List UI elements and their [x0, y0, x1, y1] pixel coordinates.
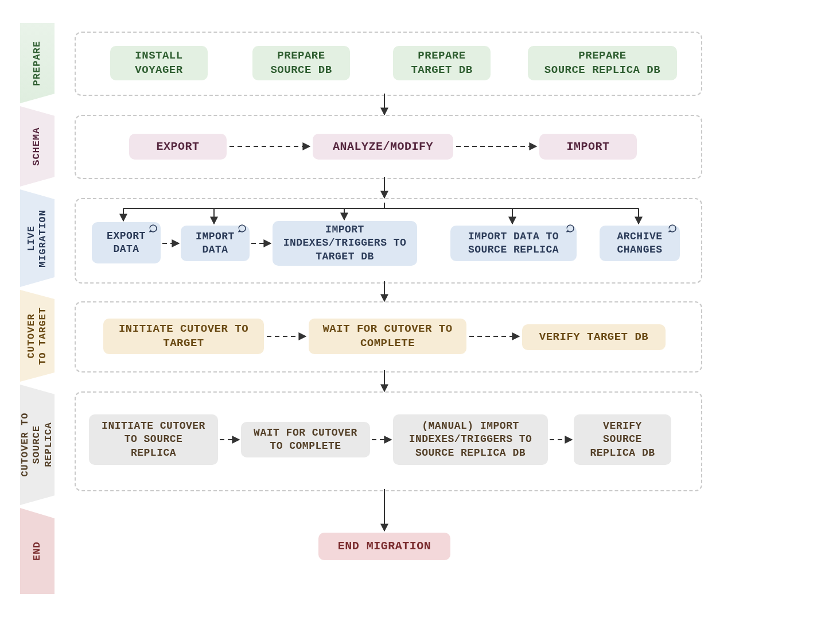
- node-import-indexes-target: IMPORT INDEXES/TRIGGERS TO TARGET DB: [273, 221, 417, 266]
- node-install-voyager: INSTALL VOYAGER: [110, 46, 208, 80]
- loop-icon: [667, 223, 678, 234]
- loop-icon: [565, 223, 575, 234]
- node-manual-import-replica: (MANUAL) IMPORT INDEXES/TRIGGERS TO SOUR…: [393, 414, 548, 465]
- node-import-data-replica: IMPORT DATA TO SOURCE REPLICA: [450, 226, 577, 261]
- migration-flow-diagram: PREPARE SCHEMA LIVE MIGRATION CUTOVER TO…: [0, 0, 817, 644]
- node-verify-replica: VERIFY SOURCE REPLICA DB: [574, 414, 671, 465]
- stage-label-cutover-replica: CUTOVER TO SOURCE REPLICA: [20, 385, 55, 505]
- node-prepare-target: PREPARE TARGET DB: [393, 46, 491, 80]
- node-end-migration: END MIGRATION: [318, 533, 450, 560]
- node-initiate-cutover-target: INITIATE CUTOVER TO TARGET: [103, 319, 264, 354]
- node-prepare-replica: PREPARE SOURCE REPLICA DB: [528, 46, 677, 80]
- node-verify-target: VERIFY TARGET DB: [522, 324, 666, 350]
- loop-icon: [148, 223, 158, 234]
- node-wait-cutover-replica: WAIT FOR CUTOVER TO COMPLETE: [241, 422, 370, 457]
- node-prepare-source: PREPARE SOURCE DB: [252, 46, 350, 80]
- stage-label-schema: SCHEMA: [20, 106, 55, 187]
- node-schema-import: IMPORT: [539, 134, 637, 160]
- stage-label-live-migration: LIVE MIGRATION: [20, 189, 55, 287]
- stage-label-end: END: [20, 508, 55, 594]
- node-schema-analyze: ANALYZE/MODIFY: [313, 134, 453, 160]
- loop-icon: [237, 223, 247, 234]
- node-initiate-cutover-replica: INITIATE CUTOVER TO SOURCE REPLICA: [89, 414, 218, 465]
- stage-label-cutover-target: CUTOVER TO TARGET: [20, 290, 55, 382]
- stage-label-prepare: PREPARE: [20, 23, 55, 103]
- node-schema-export: EXPORT: [129, 134, 227, 160]
- node-wait-cutover-target: WAIT FOR CUTOVER TO COMPLETE: [309, 319, 466, 354]
